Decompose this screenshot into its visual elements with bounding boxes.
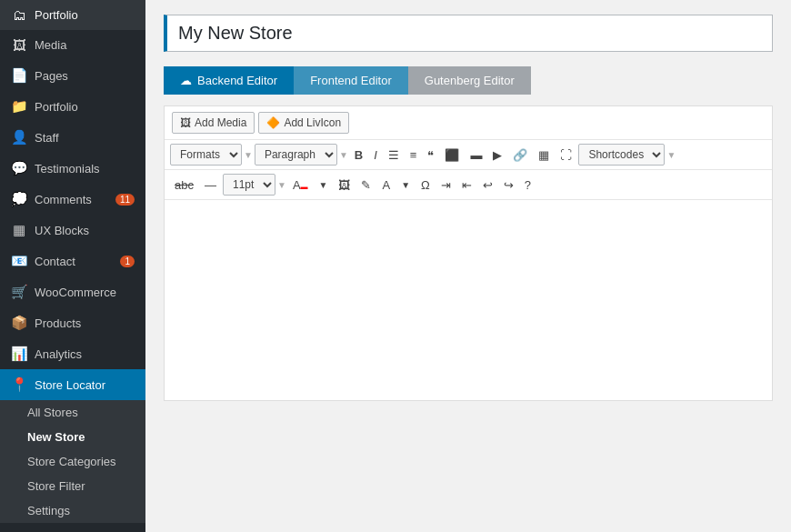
align-left-button[interactable]: ⬛ xyxy=(440,145,464,166)
editor-tabs: ☁ Backend Editor Frontend Editor Gutenbe… xyxy=(164,66,773,95)
sidebar-item-label: Products xyxy=(35,316,81,330)
contact-badge: 1 xyxy=(120,256,135,267)
sidebar-item-portfolio[interactable]: 🗂 Portfolio xyxy=(0,0,145,30)
backend-editor-cloud-icon: ☁ xyxy=(180,74,192,87)
sidebar-item-ux-blocks[interactable]: ▦ UX Blocks xyxy=(0,215,145,246)
sidebar-item-portfolio2[interactable]: 📁 Portfolio xyxy=(0,91,145,122)
sidebar-item-contact[interactable]: 📧 Contact 1 xyxy=(0,246,145,276)
sidebar-item-label: Store Locator xyxy=(35,378,105,392)
editor-toolbar-row3: abc — 11pt ▼ A▬ ▼ 🖼 ✎ A ▼ Ω ⇥ ⇤ ↩ ↪ ? xyxy=(165,170,772,200)
comments-badge: 11 xyxy=(115,194,135,206)
submenu-settings[interactable]: Settings xyxy=(0,498,145,523)
editor-toolbar-wrap: 🖼 Add Media 🔶 Add LivIcon Formats ▼ Para… xyxy=(164,105,773,401)
add-livicon-button[interactable]: 🔶 Add LivIcon xyxy=(258,112,349,134)
link-button[interactable]: 🔗 xyxy=(508,145,532,166)
formats-dropdown[interactable]: Formats xyxy=(170,144,242,166)
main-content: ☁ Backend Editor Frontend Editor Gutenbe… xyxy=(145,0,791,532)
formats-arrow-icon: ▼ xyxy=(244,150,253,160)
products-icon: 📦 xyxy=(11,315,27,331)
sidebar-item-label: Portfolio xyxy=(35,8,78,22)
woocommerce-icon: 🛒 xyxy=(11,284,27,300)
blockquote-button[interactable]: ❝ xyxy=(423,145,438,166)
editor-body[interactable] xyxy=(165,200,772,400)
unordered-list-button[interactable]: ☰ xyxy=(384,145,404,166)
shortcodes-arrow-icon: ▼ xyxy=(666,150,676,160)
sidebar-item-media[interactable]: 🖼 Media xyxy=(0,30,145,60)
highlight-button[interactable]: A xyxy=(377,175,395,196)
submenu-store-filter[interactable]: Store Filter xyxy=(0,474,145,498)
submenu-new-store[interactable]: New Store xyxy=(0,425,145,449)
eraser-button[interactable]: ✎ xyxy=(356,175,375,196)
contact-icon: 📧 xyxy=(11,253,27,269)
sidebar-item-label: Media xyxy=(35,38,66,52)
portfolio-icon: 🗂 xyxy=(11,7,27,23)
shortcodes-dropdown[interactable]: Shortcodes xyxy=(578,144,665,166)
sidebar-item-staff[interactable]: 👤 Staff xyxy=(0,122,145,153)
store-locator-icon: 📍 xyxy=(11,376,27,393)
sidebar-item-label: Testimonials xyxy=(35,162,100,176)
analytics-icon: 📊 xyxy=(11,346,27,362)
portfolio2-icon: 📁 xyxy=(11,98,27,115)
italic-button[interactable]: I xyxy=(369,145,382,166)
submenu-store-categories[interactable]: Store Categories xyxy=(0,449,145,474)
fullscreen-button[interactable]: ⛶ xyxy=(556,145,576,166)
redo-button[interactable]: ↪ xyxy=(499,175,518,196)
sidebar-item-products[interactable]: 📦 Products xyxy=(0,307,145,338)
help-button[interactable]: ? xyxy=(520,175,536,196)
font-size-dropdown[interactable]: 11pt xyxy=(223,174,275,196)
pages-icon: 📄 xyxy=(11,67,27,84)
store-locator-submenu: All Stores New Store Store Categories St… xyxy=(0,400,145,523)
comments-icon: 💭 xyxy=(11,191,27,207)
outdent-button[interactable]: ⇤ xyxy=(457,175,476,196)
image-button[interactable]: 🖼 xyxy=(334,175,355,196)
sidebar-item-label: Contact xyxy=(35,255,75,268)
table-button[interactable]: ▦ xyxy=(534,145,554,166)
testimonials-icon: 💬 xyxy=(11,160,27,176)
tab-frontend-editor[interactable]: Frontend Editor xyxy=(294,66,408,95)
sidebar-item-store-locator[interactable]: 📍 Store Locator xyxy=(0,369,145,400)
submenu-all-stores[interactable]: All Stores xyxy=(0,400,145,425)
sidebar-item-testimonials[interactable]: 💬 Testimonials xyxy=(0,153,145,184)
sidebar: 🗂 Portfolio 🖼 Media 📄 Pages 📁 Portfolio … xyxy=(0,0,145,532)
bold-button[interactable]: B xyxy=(350,145,367,166)
page-area: ☁ Backend Editor Frontend Editor Gutenbe… xyxy=(145,0,791,532)
align-right-button[interactable]: ▶ xyxy=(488,145,506,166)
ordered-list-button[interactable]: ≡ xyxy=(406,145,422,166)
sidebar-item-label: Comments xyxy=(35,193,92,206)
undo-button[interactable]: ↩ xyxy=(478,175,497,196)
ux-blocks-icon: ▦ xyxy=(11,222,27,238)
sidebar-item-woocommerce[interactable]: 🛒 WooCommerce xyxy=(0,276,145,307)
media-icon: 🖼 xyxy=(11,37,27,53)
add-media-icon: 🖼 xyxy=(180,116,191,129)
font-color-button[interactable]: A▬ xyxy=(288,175,313,196)
staff-icon: 👤 xyxy=(11,129,27,146)
align-center-button[interactable]: ▬ xyxy=(466,145,486,166)
sidebar-item-label: Staff xyxy=(35,131,59,145)
special-chars-button[interactable]: Ω xyxy=(416,175,435,196)
strikethrough-button[interactable]: abc xyxy=(170,175,198,196)
sidebar-item-pages[interactable]: 📄 Pages xyxy=(0,60,145,91)
add-media-button[interactable]: 🖼 Add Media xyxy=(172,112,255,134)
sidebar-item-comments[interactable]: 💭 Comments 11 xyxy=(0,184,145,215)
sidebar-item-label: Analytics xyxy=(35,347,82,361)
sidebar-item-label: Portfolio xyxy=(35,100,78,114)
indent-button[interactable]: ⇥ xyxy=(436,175,456,196)
paragraph-arrow-icon: ▼ xyxy=(339,150,348,160)
sidebar-item-label: UX Blocks xyxy=(35,224,89,237)
tab-gutenberg-editor[interactable]: Gutenberg Editor xyxy=(408,66,531,95)
sidebar-item-analytics[interactable]: 📊 Analytics xyxy=(0,338,145,369)
sidebar-item-label: WooCommerce xyxy=(35,286,116,299)
sidebar-item-label: Pages xyxy=(35,69,68,83)
page-title-input[interactable] xyxy=(164,15,773,52)
tab-backend-editor[interactable]: ☁ Backend Editor xyxy=(164,66,294,95)
livicon-icon: 🔶 xyxy=(266,116,280,129)
fontsize-arrow-icon: ▼ xyxy=(277,180,286,190)
editor-toolbar-row1: 🖼 Add Media 🔶 Add LivIcon xyxy=(165,106,772,140)
horizontal-rule-button[interactable]: — xyxy=(200,175,221,196)
editor-toolbar-row2: Formats ▼ Paragraph ▼ B I ☰ ≡ ❝ ⬛ ▬ ▶ 🔗 … xyxy=(165,140,772,170)
highlight-arrow[interactable]: ▼ xyxy=(396,176,415,194)
paragraph-dropdown[interactable]: Paragraph xyxy=(255,144,337,166)
font-color-arrow[interactable]: ▼ xyxy=(315,176,333,194)
